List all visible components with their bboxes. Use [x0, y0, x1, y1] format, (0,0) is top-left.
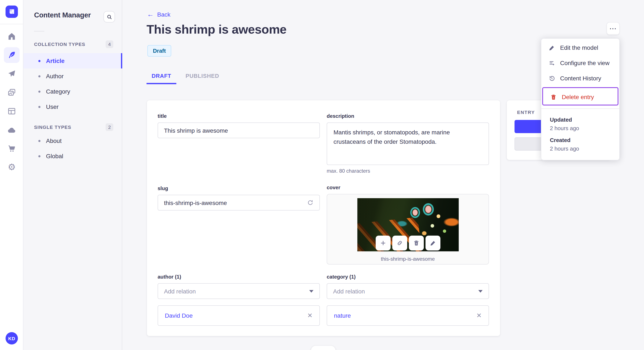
author-placeholder: Add relation: [164, 288, 309, 295]
bullet-icon: [38, 140, 40, 142]
user-avatar[interactable]: KD: [6, 332, 18, 345]
slug-value: this-shrimp-is-awesome: [164, 199, 307, 206]
entry-panel-title: ENTRY: [517, 110, 535, 115]
bullet-icon: [38, 106, 40, 108]
version-tabs: DRAFT PUBLISHED: [146, 69, 222, 82]
add-asset-button[interactable]: [376, 236, 390, 250]
section-count-badge: 2: [106, 123, 113, 131]
field-slug: slug this-shrimp-is-awesome: [158, 185, 320, 210]
remove-relation-icon[interactable]: ✕: [307, 312, 313, 319]
bullet-icon: [38, 90, 40, 93]
tab-published[interactable]: PUBLISHED: [182, 69, 222, 82]
home-icon[interactable]: [4, 28, 20, 44]
section-collection-types: COLLECTION TYPES 4: [34, 40, 113, 48]
sidebar-item-user[interactable]: User: [24, 99, 122, 114]
menu-item-label: Edit the model: [560, 44, 598, 51]
relation-link[interactable]: nature: [334, 312, 351, 319]
sidebar-item-category[interactable]: Category: [24, 84, 122, 99]
section-label: COLLECTION TYPES: [34, 42, 85, 47]
sidebar-item-article[interactable]: Article: [24, 53, 122, 68]
copy-link-button[interactable]: [392, 236, 407, 250]
chevron-down-icon: [309, 290, 314, 292]
sidebar-item-label: User: [46, 103, 58, 110]
configure-list-icon: [548, 59, 555, 66]
menu-item-configure-the-view[interactable]: Configure the view: [541, 55, 619, 71]
menu-item-label: Delete entry: [562, 94, 594, 100]
more-actions-menu: Edit the model Configure the view Conten…: [541, 38, 620, 160]
description-label: description: [327, 113, 489, 119]
title-value: This shrimp is awesome: [164, 127, 314, 134]
menu-item-content-history[interactable]: Content History: [541, 71, 619, 86]
sidebar-divider: [34, 31, 44, 31]
edit-asset-button[interactable]: [425, 236, 440, 250]
sidebar-item-author[interactable]: Author: [24, 68, 122, 84]
bullet-icon: [38, 75, 40, 77]
collapsed-bottom-pill[interactable]: [311, 346, 336, 350]
slug-input[interactable]: this-shrimp-is-awesome: [158, 195, 320, 210]
author-label: author (1): [158, 274, 320, 280]
category-relation-combobox[interactable]: Add relation: [327, 283, 489, 299]
slug-label: slug: [158, 185, 320, 191]
history-clock-icon: [548, 75, 555, 82]
menu-item-delete-entry[interactable]: Delete entry: [543, 89, 618, 105]
author-relation-combobox[interactable]: Add relation: [158, 283, 320, 299]
relation-link[interactable]: David Doe: [165, 312, 193, 319]
bullet-icon: [38, 60, 40, 62]
plus-icon: [380, 240, 386, 246]
avatar-initials: KD: [8, 336, 15, 341]
media-library-images-icon[interactable]: [4, 85, 20, 100]
menu-item-label: Configure the view: [560, 59, 610, 66]
strapi-logo[interactable]: [6, 5, 18, 18]
content-manager-sidebar: Content Manager COLLECTION TYPES 4 Artic…: [24, 0, 122, 350]
field-category: category (1) Add relation nature ✕: [327, 274, 489, 326]
trash-icon: [413, 240, 419, 246]
settings-gear-icon[interactable]: ⚙: [4, 160, 20, 175]
marketplace-cart-icon[interactable]: [4, 141, 20, 157]
link-icon: [396, 240, 403, 246]
section-count-badge: 4: [106, 40, 113, 48]
section-single-types: SINGLE TYPES 2: [34, 123, 113, 131]
sidebar-title: Content Manager: [34, 11, 91, 19]
sidebar-search-button[interactable]: [104, 11, 115, 22]
back-label: Back: [157, 11, 170, 18]
author-relation-chip[interactable]: David Doe ✕: [158, 305, 320, 326]
meta-created: Created 2 hours ago: [550, 137, 611, 152]
refresh-icon[interactable]: [307, 199, 314, 206]
meta-label: Created: [550, 137, 611, 143]
title-input[interactable]: This shrimp is awesome: [158, 123, 320, 138]
title-label: title: [158, 113, 320, 119]
sidebar-item-label: Category: [46, 88, 70, 95]
delete-asset-button[interactable]: [409, 236, 424, 250]
chevron-down-icon: [478, 290, 482, 292]
description-hint: max. 80 characters: [327, 168, 489, 174]
cover-asset-box: this-shrimp-is-awesome: [327, 194, 489, 265]
layout-icon[interactable]: [4, 103, 20, 119]
search-icon: [106, 14, 112, 20]
pencil-icon: [430, 240, 436, 246]
description-textarea[interactable]: Mantis shrimps, or stomatopods, are mari…: [327, 123, 489, 165]
sidebar-item-label: Author: [46, 73, 64, 80]
release-paper-plane-icon[interactable]: [4, 66, 20, 82]
field-description: description Mantis shrimps, or stomatopo…: [327, 113, 489, 174]
sidebar-item-about[interactable]: About: [24, 133, 122, 149]
nav-rail: ⚙ KD: [0, 0, 24, 350]
more-actions-button[interactable]: ⋯: [606, 22, 620, 35]
description-value: Mantis shrimps, or stomatopods, are mari…: [334, 129, 450, 145]
menu-item-label: Content History: [560, 75, 601, 82]
content-manager-feather-icon[interactable]: [4, 47, 20, 63]
remove-relation-icon[interactable]: ✕: [476, 312, 482, 319]
back-link[interactable]: ← Back: [147, 11, 170, 18]
cover-label: cover: [327, 184, 489, 190]
cloud-icon[interactable]: [4, 122, 20, 138]
sidebar-item-global[interactable]: Global: [24, 149, 122, 164]
field-cover: cover: [327, 184, 489, 265]
sidebar-item-label: About: [46, 137, 62, 144]
pencil-icon: [548, 44, 555, 51]
menu-item-edit-the-model[interactable]: Edit the model: [541, 40, 619, 55]
menu-meta: Updated 2 hours ago Created 2 hours ago: [541, 109, 619, 152]
ellipsis-icon: ⋯: [609, 24, 617, 33]
focused-menu-item-outline: Delete entry: [542, 87, 618, 105]
category-relation-chip[interactable]: nature ✕: [327, 305, 489, 326]
tab-draft[interactable]: DRAFT: [146, 69, 176, 82]
strapi-logo-icon: [8, 8, 15, 15]
